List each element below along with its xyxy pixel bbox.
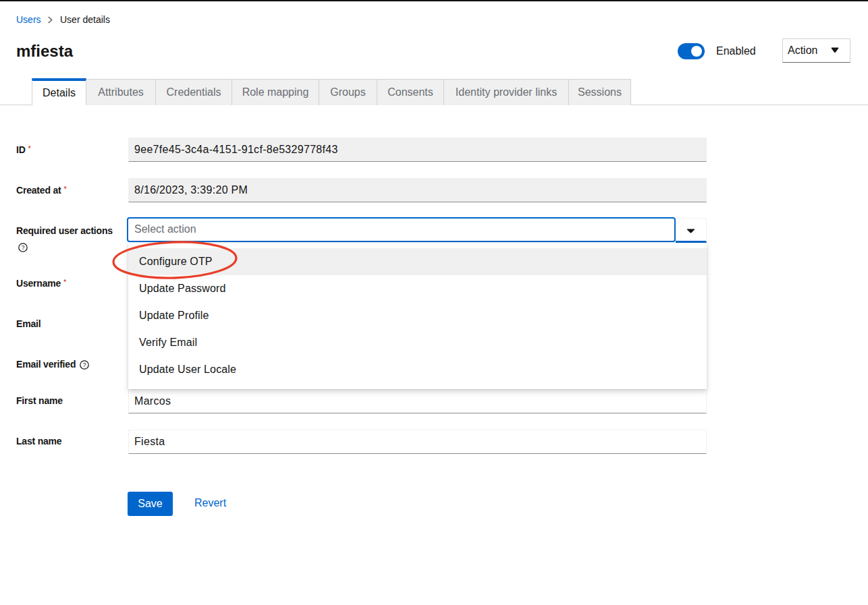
svg-text:?: ?: [83, 362, 86, 368]
svg-text:?: ?: [22, 244, 25, 251]
